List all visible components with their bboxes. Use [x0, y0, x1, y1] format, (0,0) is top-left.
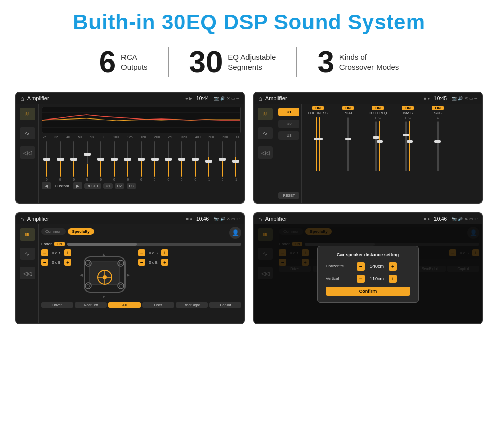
stat-eq: 30 EQ Adjustable Segments	[169, 47, 297, 77]
sp-copilot-btn[interactable]: Copilot	[209, 302, 241, 308]
eq-slider-10: 0	[178, 141, 186, 181]
freq-label-5: 80	[102, 135, 105, 139]
dialog-horizontal-minus[interactable]: −	[357, 262, 365, 271]
eq-prev-btn[interactable]: ◀	[42, 182, 51, 189]
sp-fader-on[interactable]: ON	[54, 242, 65, 246]
distance-dialog: Car speaker distance setting Horizontal …	[317, 246, 419, 303]
eq-u3-btn[interactable]: U3	[127, 183, 136, 189]
sp-profile-btn[interactable]: 👤	[229, 227, 241, 239]
sp-user-btn[interactable]: User	[142, 302, 174, 308]
sp-rl-minus[interactable]: −	[41, 259, 48, 266]
sp-fl-value: 0 dB	[50, 251, 63, 255]
co-u1-btn[interactable]: U1	[278, 108, 299, 116]
dialog-title: Car speaker distance setting	[326, 252, 410, 257]
svg-point-18	[118, 283, 124, 289]
sp-tab-common[interactable]: Common	[41, 228, 66, 235]
eq-u1-btn[interactable]: U1	[103, 183, 113, 189]
page-title: Buith-in 30EQ DSP Sound System	[15, 10, 483, 35]
dialog-vertical-plus[interactable]: +	[389, 275, 397, 283]
sp-db-rear-left: − 0 dB +	[41, 259, 71, 266]
sp-fader-bar[interactable]	[67, 243, 241, 246]
co-loudness-on[interactable]: ON	[312, 106, 324, 110]
svg-point-17	[87, 284, 90, 287]
freq-label-2: 40	[66, 135, 70, 139]
co-cutfreq-sliders: F G	[375, 116, 381, 172]
svg-point-7	[103, 275, 107, 279]
screen4-content: ≋ ∿ ◁◁ Common Specialty 👤 Fader	[254, 224, 482, 323]
eq-reset-btn[interactable]: RESET	[84, 183, 101, 189]
co-loudness-v1	[316, 116, 317, 172]
co-sub-on[interactable]: ON	[432, 106, 444, 110]
eq-slider-4: 0	[97, 141, 105, 181]
co-channel-phat: ON PHAT	[334, 106, 362, 201]
sp-fr-minus[interactable]: −	[138, 249, 145, 256]
svg-point-13	[87, 262, 90, 265]
screen3-title: Amplifier	[27, 216, 183, 222]
sp-tab-specialty[interactable]: Specialty	[68, 228, 94, 235]
co-sub-name: SUB	[434, 111, 441, 115]
sp-all-btn[interactable]: All	[108, 302, 140, 308]
wave-mode-btn[interactable]: ∿	[20, 127, 35, 139]
status-bar-1: ⌂ Amplifier ● ▶ 10:44 📷 🔊 ✕ ▭ ↩	[16, 93, 244, 104]
eq-slider-9: 0	[164, 141, 172, 181]
sp-right-controls: − 0 dB + − 0 dB +	[138, 249, 168, 300]
svg-text:▼: ▼	[102, 295, 106, 300]
sp-rearright-btn[interactable]: RearRight	[176, 302, 208, 308]
sp-rr-plus[interactable]: +	[161, 259, 168, 266]
stat-rca-text1: RCA	[121, 52, 148, 63]
sp-fl-plus[interactable]: +	[64, 249, 71, 256]
eq-slider-1: 0	[56, 141, 65, 181]
co-u2-btn[interactable]: U2	[278, 120, 299, 128]
freq-label-14: 630	[222, 135, 228, 139]
co-speaker-btn[interactable]: ◁◁	[258, 146, 273, 159]
sp-driver-btn[interactable]: Driver	[41, 302, 73, 308]
co-reset-btn[interactable]: RESET	[278, 192, 299, 199]
sp-eq-btn[interactable]: ≋	[20, 228, 35, 241]
eq-u2-btn[interactable]: U2	[115, 183, 124, 189]
sp-car-diagram: ▲ ▼ ◀ ▶	[74, 249, 135, 300]
dialog-confirm-button[interactable]: Confirm	[326, 287, 410, 296]
co-eq-btn[interactable]: ≋	[258, 108, 273, 120]
dialog-vertical-minus[interactable]: −	[357, 275, 365, 283]
stat-crossover: 3 Kinds of Crossover Modes	[297, 47, 419, 77]
svg-text:▶: ▶	[127, 273, 130, 277]
sp-body: − 0 dB + − 0 dB +	[41, 249, 241, 300]
eq-slider-14: -1	[232, 141, 240, 181]
freq-label-7: 125	[127, 135, 133, 139]
dialog-vertical-label: Vertical	[326, 276, 354, 281]
co-cutfreq-v2: G	[379, 116, 381, 172]
sp-db-front-left: − 0 dB +	[41, 249, 71, 256]
co-phat-on[interactable]: ON	[342, 106, 354, 110]
screen4-time: 10:46	[434, 216, 447, 222]
freq-label-0: 25	[43, 135, 46, 139]
eq-play-btn[interactable]: ▶	[73, 182, 82, 189]
eq-freq-labels: 25 32 40 50 63 80 100 125 160 200 250 32…	[42, 135, 241, 139]
sp-wave-btn[interactable]: ∿	[20, 248, 35, 260]
sp-rr-minus[interactable]: −	[138, 259, 145, 266]
screen2-title: Amplifier	[265, 95, 421, 101]
screenshots-grid: ⌂ Amplifier ● ▶ 10:44 📷 🔊 ✕ ▭ ↩ ≋ ∿ ◁◁	[15, 92, 483, 324]
co-wave-btn[interactable]: ∿	[258, 127, 273, 139]
speaker-main-content: Common Specialty 👤 Fader ON	[39, 224, 244, 323]
speaker-mode-btn[interactable]: ◁◁	[20, 146, 35, 159]
co-cutfreq-v1: F	[375, 116, 377, 172]
co-bass-on[interactable]: ON	[402, 106, 414, 110]
sp-rearleft-btn[interactable]: RearLeft	[75, 302, 107, 308]
dialog-horizontal-row: Horizontal − 140cm +	[326, 262, 410, 271]
co-u3-btn[interactable]: U3	[278, 131, 299, 140]
sp-tabs: Common Specialty	[41, 228, 94, 235]
screen1-content: ≋ ∿ ◁◁	[16, 104, 244, 203]
freq-label-1: 32	[54, 135, 58, 139]
sp-rl-plus[interactable]: +	[64, 259, 71, 266]
eq-mode-btn[interactable]: ≋	[20, 108, 35, 120]
dialog-horizontal-plus[interactable]: +	[389, 262, 397, 271]
sp-fl-minus[interactable]: −	[41, 249, 48, 256]
screen-crossover: ⌂ Amplifier ■ ● 10:45 📷 🔊 ✕ ▭ ↩ ≋ ∿ ◁◁ U…	[253, 92, 483, 204]
sp-fr-plus[interactable]: +	[161, 249, 168, 256]
co-channel-loudness: ON LOUDNESS	[304, 106, 332, 201]
sp-speaker-btn[interactable]: ◁◁	[20, 267, 35, 279]
svg-point-15	[119, 262, 122, 265]
home-icon-4: ⌂	[258, 215, 262, 223]
co-cutfreq-on[interactable]: ON	[372, 106, 384, 110]
eq-sliders: 0 0 0	[42, 140, 241, 181]
